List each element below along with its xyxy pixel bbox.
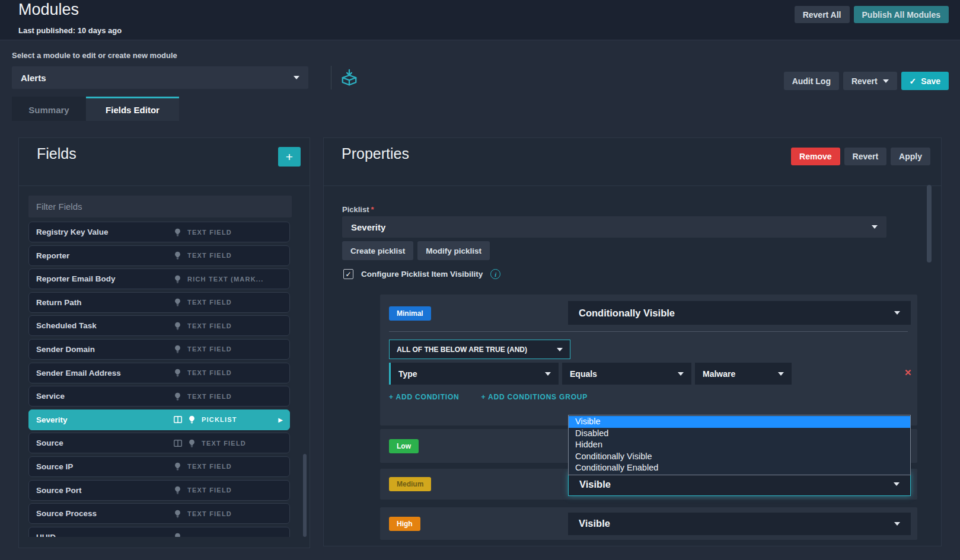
add-condition-link[interactable]: + ADD CONDITION <box>389 393 460 401</box>
info-icon[interactable]: i <box>490 269 500 279</box>
picklist-item-row-high: High Visible <box>380 507 917 540</box>
field-row-scheduled-task[interactable]: Scheduled TaskTEXT FIELD <box>28 315 290 336</box>
field-row-source[interactable]: SourceTEXT FIELD <box>28 433 290 453</box>
module-select-label: Select a module to edit or create new mo… <box>12 51 177 60</box>
lightbulb-icon <box>188 439 196 447</box>
dropdown-option-hidden[interactable]: Hidden <box>569 439 910 451</box>
import-module-icon[interactable] <box>339 68 360 89</box>
field-type-label: TEXT FIELD <box>187 463 232 470</box>
chevron-down-icon <box>678 372 684 376</box>
field-name-label: Reporter Email Body <box>36 274 116 283</box>
chevron-down-icon <box>872 225 878 229</box>
properties-scrollbar-thumb[interactable] <box>927 185 932 263</box>
field-meta: TEXT FIELD <box>174 486 232 494</box>
add-field-button[interactable]: + <box>278 147 301 167</box>
field-type-label: TEXT FIELD <box>187 487 232 494</box>
visibility-select-high[interactable]: Visible <box>568 513 911 535</box>
field-row-sender-domain[interactable]: Sender DomainTEXT FIELD <box>28 339 290 360</box>
remove-button[interactable]: Remove <box>791 148 840 165</box>
topbar-actions: Revert All Publish All Modules <box>795 6 949 23</box>
lightbulb-icon <box>174 533 181 537</box>
divider <box>19 185 310 186</box>
divider <box>324 185 941 186</box>
apply-button[interactable]: Apply <box>891 148 930 165</box>
field-meta: TEXT FIELD <box>174 298 232 306</box>
visibility-select-minimal[interactable]: Conditionally Visible <box>568 301 911 325</box>
field-row-source-process[interactable]: Source ProcessTEXT FIELD <box>28 503 290 524</box>
field-meta: TEXT FIELD <box>174 251 232 260</box>
picklist-buttons: Create picklist Modify picklist <box>342 241 490 260</box>
revert-dropdown-button[interactable]: Revert <box>843 72 897 90</box>
remove-condition-icon[interactable]: ✕ <box>904 367 912 378</box>
field-row-severity[interactable]: SeverityPICKLIST▶ <box>28 409 290 430</box>
field-name-label: Scheduled Task <box>36 321 97 330</box>
revert-all-button[interactable]: Revert All <box>795 6 850 23</box>
condition-field-select[interactable]: Type <box>389 363 559 385</box>
modify-picklist-button[interactable]: Modify picklist <box>417 241 490 260</box>
lightbulb-icon <box>174 345 181 353</box>
tab-fields-editor[interactable]: Fields Editor <box>86 97 179 121</box>
dropdown-option-disabled[interactable]: Disabled <box>569 428 910 440</box>
configure-visibility-label: Configure Picklist Item Visibility <box>361 270 483 279</box>
visibility-options-popup: VisibleDisabledHiddenConditionally Visib… <box>568 415 911 475</box>
module-select[interactable]: Alerts <box>12 66 308 89</box>
properties-actions: Remove Revert Apply <box>791 148 930 165</box>
field-row-sender-email-address[interactable]: Sender Email AddressTEXT FIELD <box>28 363 290 383</box>
field-type-label: PICKLIST <box>202 416 237 423</box>
dropdown-option-conditionally-enabled[interactable]: Conditionally Enabled <box>569 462 910 474</box>
field-row-return-path[interactable]: Return PathTEXT FIELD <box>28 292 290 313</box>
revert-button[interactable]: Revert <box>844 148 887 165</box>
dropdown-option-conditionally-visible[interactable]: Conditionally Visible <box>569 451 910 463</box>
picklist-item-badge-low: Low <box>389 439 419 453</box>
field-type-label: TEXT FIELD <box>187 252 232 259</box>
page-title: Modules <box>18 1 79 19</box>
visibility-select-medium-open[interactable]: Visible <box>568 472 911 496</box>
lightbulb-icon <box>188 415 196 424</box>
add-conditions-group-link[interactable]: + ADD CONDITIONS GROUP <box>481 393 588 401</box>
create-picklist-button[interactable]: Create picklist <box>342 241 413 260</box>
lightbulb-icon <box>174 392 181 401</box>
condition-value-select[interactable]: Malware <box>695 363 792 385</box>
top-header: Modules Last published: 10 days ago Reve… <box>0 0 960 40</box>
chevron-down-icon <box>294 76 299 79</box>
picklist-item-badge-high: High <box>389 517 420 531</box>
configure-visibility-row: ✓ Configure Picklist Item Visibility i <box>343 269 500 279</box>
field-meta: TEXT FIELD <box>174 322 232 330</box>
lightbulb-icon <box>174 228 181 236</box>
field-type-label: TEXT FIELD <box>187 229 232 236</box>
field-row-registry-key-value[interactable]: Registry Key ValueTEXT FIELD <box>28 222 290 242</box>
field-row-service[interactable]: ServiceTEXT FIELD <box>28 386 290 407</box>
field-meta: RICH TEXT (MARK... <box>174 275 264 283</box>
field-row-uuid[interactable]: UUID <box>28 527 290 537</box>
grid-columns-icon <box>174 440 182 447</box>
field-name-label: Registry Key Value <box>36 228 109 236</box>
dropdown-option-visible[interactable]: Visible <box>569 416 910 428</box>
publish-all-modules-button[interactable]: Publish All Modules <box>854 6 949 23</box>
fields-scrollbar-thumb[interactable] <box>303 454 307 537</box>
modules-screen: Modules Last published: 10 days ago Reve… <box>0 0 960 560</box>
chevron-down-icon <box>883 79 889 83</box>
field-row-reporter[interactable]: ReporterTEXT FIELD <box>28 245 290 266</box>
condition-operator-select[interactable]: Equals <box>562 363 691 385</box>
field-name-label: Severity <box>36 415 68 424</box>
module-actions: Audit Log Revert ✓ Save <box>784 72 949 90</box>
required-asterisk: * <box>371 205 374 214</box>
chevron-down-icon <box>545 372 551 376</box>
lightbulb-icon <box>174 275 181 283</box>
save-button[interactable]: ✓ Save <box>901 72 949 90</box>
chevron-down-icon <box>894 522 900 526</box>
audit-log-button[interactable]: Audit Log <box>784 72 839 90</box>
configure-visibility-checkbox[interactable]: ✓ <box>343 269 353 279</box>
field-row-reporter-email-body[interactable]: Reporter Email BodyRICH TEXT (MARK... <box>28 268 290 289</box>
conditions-operator-select[interactable]: ALL OF THE BELOW ARE TRUE (AND) <box>389 340 570 359</box>
lightbulb-icon <box>174 322 181 330</box>
field-row-source-port[interactable]: Source PortTEXT FIELD <box>28 480 290 501</box>
filter-fields-input[interactable] <box>28 196 292 217</box>
field-row-source-ip[interactable]: Source IPTEXT FIELD <box>28 456 290 477</box>
tab-summary[interactable]: Summary <box>12 97 86 121</box>
vertical-divider <box>331 66 331 89</box>
field-name-label: Source IP <box>36 462 73 471</box>
condition-links: + ADD CONDITION + ADD CONDITIONS GROUP <box>389 393 588 401</box>
last-published-label: Last published: 10 days ago <box>18 26 122 35</box>
picklist-select[interactable]: Severity <box>342 216 886 238</box>
